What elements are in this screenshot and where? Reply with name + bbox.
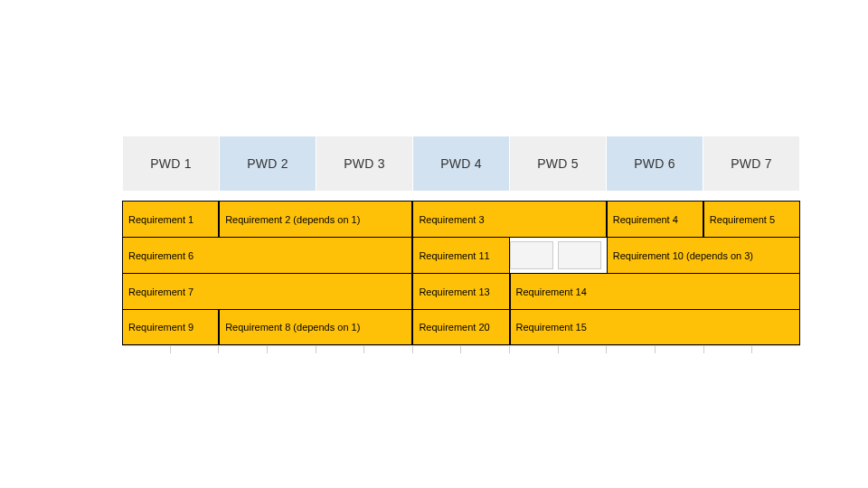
requirement-bar: Requirement 13 <box>412 274 509 309</box>
track: Requirement 9Requirement 8 (depends on 1… <box>122 309 800 345</box>
period-header: PWD 5 <box>510 136 607 191</box>
requirement-bar: Requirement 20 <box>412 310 509 344</box>
requirement-bar: Requirement 8 (depends on 1) <box>219 310 412 344</box>
track: Requirement 6Requirement 11Requirement 1… <box>122 237 800 273</box>
idle-slot <box>558 241 601 269</box>
requirement-bar: Requirement 5 <box>703 202 800 237</box>
ruler-tick <box>559 346 608 353</box>
requirement-bar: Requirement 14 <box>510 274 800 309</box>
requirement-bar: Requirement 10 (depends on 3) <box>607 238 800 273</box>
ruler-tick <box>268 346 316 353</box>
ruler-tick <box>704 346 753 353</box>
period-header: PWD 6 <box>607 136 703 191</box>
ruler-tick <box>171 346 220 353</box>
requirement-bar: Requirement 6 <box>122 238 412 273</box>
requirement-bar: Requirement 4 <box>607 202 703 237</box>
track-area: Requirement 1Requirement 2 (depends on 1… <box>122 201 800 345</box>
ruler-tick <box>219 346 268 353</box>
ruler-tick <box>364 346 413 353</box>
period-header-row: PWD 1PWD 2PWD 3PWD 4PWD 5PWD 6PWD 7 <box>122 136 800 192</box>
requirement-bar: Requirement 9 <box>122 310 219 344</box>
requirement-bar: Requirement 11 <box>412 238 509 273</box>
requirement-bar: Requirement 15 <box>510 310 800 344</box>
requirement-bar: Requirement 3 <box>412 202 606 237</box>
period-header: PWD 2 <box>220 136 316 191</box>
requirement-bar: Requirement 2 (depends on 1) <box>219 202 412 237</box>
gantt-chart: PWD 1PWD 2PWD 3PWD 4PWD 5PWD 6PWD 7 Dev … <box>68 136 800 353</box>
ruler-tick <box>752 346 800 353</box>
header-body-gap <box>68 192 800 201</box>
ruler-tick <box>656 346 704 353</box>
requirement-bar: Requirement 7 <box>122 274 412 309</box>
ruler-tick <box>413 346 462 353</box>
period-header: PWD 7 <box>703 136 799 191</box>
ruler-tick <box>510 346 559 353</box>
track: Requirement 1Requirement 2 (depends on 1… <box>122 201 800 237</box>
bottom-ruler <box>122 345 800 353</box>
period-header: PWD 4 <box>413 136 510 191</box>
requirement-bar: Requirement 1 <box>122 202 219 237</box>
idle-slot <box>510 241 553 269</box>
track: Requirement 7Requirement 13Requirement 1… <box>122 273 800 309</box>
period-header: PWD 1 <box>123 136 220 191</box>
ruler-tick <box>316 346 365 353</box>
ruler-tick <box>122 346 171 353</box>
ruler-tick <box>607 346 656 353</box>
period-header: PWD 3 <box>316 136 413 191</box>
ruler-tick <box>461 346 510 353</box>
